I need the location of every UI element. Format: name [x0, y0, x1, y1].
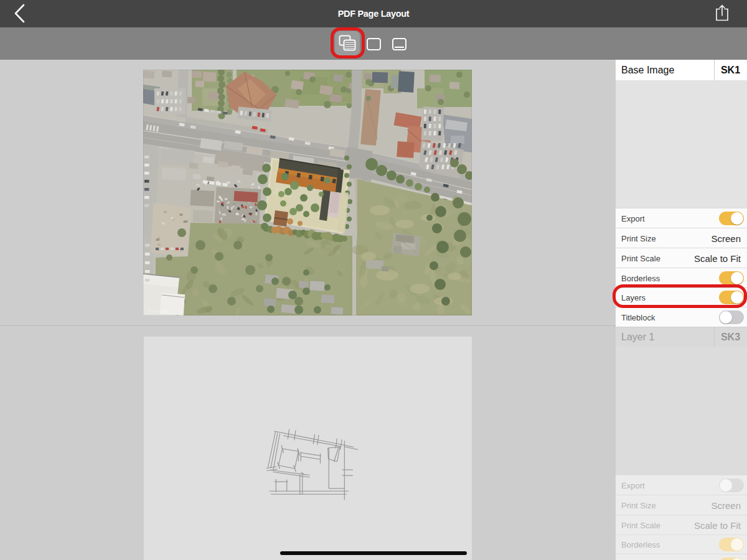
svg-text:© IGN 2016: © IGN 2016 — [148, 309, 168, 313]
